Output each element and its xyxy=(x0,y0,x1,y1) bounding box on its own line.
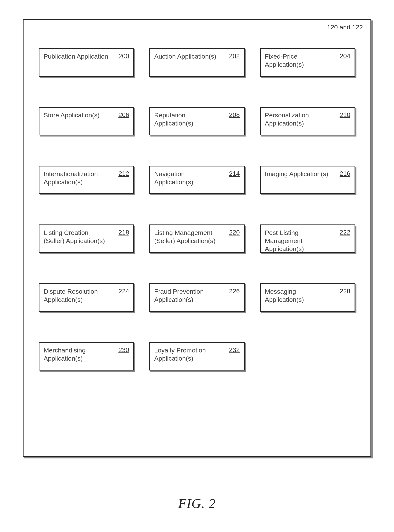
block-ref-number: 210 xyxy=(340,111,350,118)
block-ref-number: 216 xyxy=(340,170,350,177)
block-store-applications: Store Application(s) 206 xyxy=(39,107,134,135)
block-merchandising-applications: Merchandising Application(s) 230 xyxy=(39,342,134,370)
block-ref-number: 200 xyxy=(118,52,129,60)
block-label: Personalization Application(s) xyxy=(265,111,332,127)
block-ref-number: 232 xyxy=(229,346,240,353)
block-ref-number: 218 xyxy=(118,229,129,236)
block-navigation-applications: Navigation Application(s) 214 xyxy=(149,166,245,194)
block-label: Dispute Resolution Application(s) xyxy=(44,287,110,303)
block-listing-creation-applications: Listing Creation (Seller) Application(s)… xyxy=(39,225,134,253)
block-reputation-applications: Reputation Application(s) 208 xyxy=(149,107,245,135)
block-loyalty-promotion-applications: Loyalty Promotion Application(s) 232 xyxy=(149,342,245,370)
block-fraud-prevention-applications: Fraud Prevention Application(s) 226 xyxy=(149,283,245,312)
block-dispute-resolution-applications: Dispute Resolution Application(s) 224 xyxy=(39,283,134,312)
block-label: Imaging Application(s) xyxy=(265,170,332,178)
block-label: Listing Creation (Seller) Application(s) xyxy=(44,229,110,245)
block-label: Loyalty Promotion Application(s) xyxy=(154,346,221,362)
block-ref-number: 228 xyxy=(340,287,350,295)
figure-caption: FIG. 2 xyxy=(0,496,394,511)
block-internationalization-applications: Internationalization Application(s) 212 xyxy=(39,166,134,194)
block-ref-number: 230 xyxy=(118,346,129,353)
block-ref-number: 212 xyxy=(118,170,129,177)
block-personalization-applications: Personalization Application(s) 210 xyxy=(260,107,355,135)
container-box: 120 and 122 Publication Application 200 … xyxy=(23,19,371,457)
block-ref-number: 202 xyxy=(229,52,240,60)
block-listing-management-applications: Listing Management (Seller) Application(… xyxy=(149,225,245,253)
block-label: Fraud Prevention Application(s) xyxy=(154,287,221,303)
block-label: Messaging Application(s) xyxy=(265,287,332,303)
block-label: Internationalization Application(s) xyxy=(44,170,110,186)
block-ref-number: 214 xyxy=(229,170,240,177)
block-ref-number: 222 xyxy=(340,229,350,236)
block-label: Post-Listing Management Application(s) xyxy=(265,229,332,253)
block-label: Fixed-Price Application(s) xyxy=(265,52,332,68)
block-post-listing-management-applications: Post-Listing Management Application(s) 2… xyxy=(260,225,355,253)
block-publication-application: Publication Application 200 xyxy=(39,48,134,77)
block-ref-number: 208 xyxy=(229,111,240,118)
block-messaging-applications: Messaging Application(s) 228 xyxy=(260,283,355,312)
block-ref-number: 206 xyxy=(118,111,129,118)
block-label: Merchandising Application(s) xyxy=(44,346,110,362)
block-fixed-price-applications: Fixed-Price Application(s) 204 xyxy=(260,48,355,77)
block-ref-number: 224 xyxy=(118,287,129,295)
block-auction-applications: Auction Application(s) 202 xyxy=(149,48,245,77)
block-label: Reputation Application(s) xyxy=(154,111,221,127)
block-label: Listing Management (Seller) Application(… xyxy=(154,229,221,245)
page: 120 and 122 Publication Application 200 … xyxy=(0,0,394,532)
block-label: Auction Application(s) xyxy=(154,52,221,61)
block-label: Publication Application xyxy=(44,52,110,61)
block-ref-number: 204 xyxy=(340,52,350,60)
block-imaging-applications: Imaging Application(s) 216 xyxy=(260,166,355,194)
blocks-grid: Publication Application 200 Auction Appl… xyxy=(39,48,355,370)
container-ref-number: 120 and 122 xyxy=(327,24,363,31)
block-label: Store Application(s) xyxy=(44,111,110,119)
block-ref-number: 220 xyxy=(229,229,240,236)
block-label: Navigation Application(s) xyxy=(154,170,221,186)
block-ref-number: 226 xyxy=(229,287,240,295)
